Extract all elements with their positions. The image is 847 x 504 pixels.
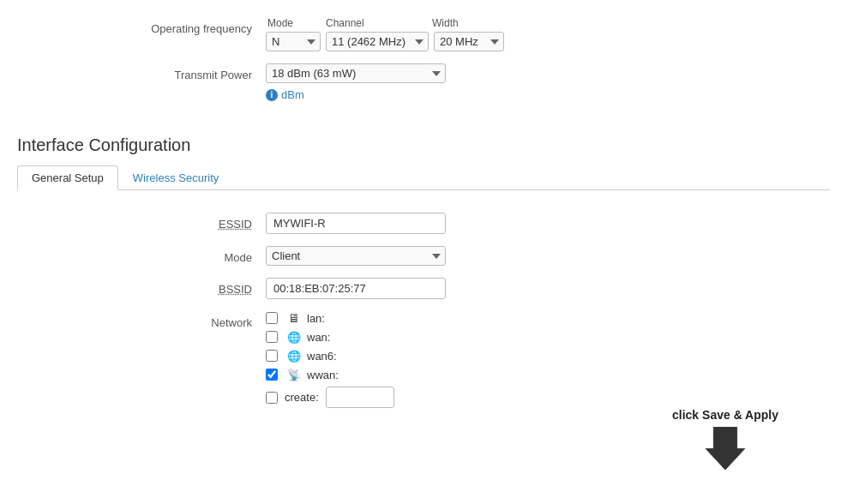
- tab-wireless-security[interactable]: Wireless Security: [118, 165, 233, 190]
- wan6-checkbox[interactable]: [266, 350, 278, 362]
- network-label: Network: [17, 311, 266, 329]
- transmit-power-label: Transmit Power: [17, 63, 266, 81]
- create-checkbox[interactable]: [266, 392, 278, 404]
- lan-icon: [285, 311, 303, 325]
- interface-config-title: Interface Configuration: [17, 135, 830, 155]
- wan6-text: wan6:: [307, 350, 337, 363]
- wan-checkbox[interactable]: [266, 331, 278, 343]
- channel-select[interactable]: 11 (2462 MHz) 1 (2412 MHz) 6 (2437 MHz): [326, 32, 429, 51]
- create-text: create:: [285, 391, 319, 404]
- mode-iface-select[interactable]: Client Access Point Ad-Hoc: [266, 246, 446, 266]
- create-input[interactable]: [326, 387, 394, 408]
- lan-checkbox[interactable]: [266, 312, 278, 324]
- list-item: wwan:: [266, 368, 394, 381]
- list-item: wan:: [266, 330, 394, 344]
- network-items: lan: wan: wan6:: [266, 311, 394, 408]
- network-row: Network lan: wan:: [17, 311, 830, 408]
- wan6-icon: [285, 349, 303, 363]
- channel-header: Channel: [326, 17, 427, 29]
- wan-icon: [285, 330, 303, 344]
- bssid-label: BSSID: [17, 278, 266, 296]
- dbm-link[interactable]: i dBm: [266, 88, 446, 101]
- dbm-label: dBm: [281, 88, 304, 101]
- info-icon: i: [266, 89, 278, 101]
- operating-frequency-row: Operating frequency Mode Channel Width N…: [17, 17, 830, 51]
- mode-iface-row: Mode Client Access Point Ad-Hoc: [17, 246, 830, 266]
- mode-iface-label: Mode: [17, 246, 266, 264]
- wan-label: wan:: [285, 330, 330, 344]
- cta-text: click Save & Apply: [672, 408, 778, 422]
- essid-label: ESSID: [17, 213, 266, 231]
- lan-label: lan:: [285, 311, 325, 325]
- mode-header: Mode: [267, 17, 321, 29]
- lan-text: lan:: [307, 312, 325, 325]
- list-item: wan6:: [266, 349, 394, 363]
- width-header: Width: [432, 17, 501, 29]
- tab-bar: General Setup Wireless Security: [17, 165, 830, 190]
- wwan-checkbox[interactable]: [266, 369, 278, 381]
- transmit-power-select[interactable]: 18 dBm (63 mW) 17 dBm (50 mW) 15 dBm (32…: [266, 63, 446, 83]
- essid-row: ESSID: [17, 213, 830, 234]
- wwan-icon: [285, 368, 303, 381]
- operating-frequency-label: Operating frequency: [17, 17, 266, 35]
- arrow-down-icon: [704, 427, 747, 470]
- list-item: lan:: [266, 311, 394, 325]
- mode-select[interactable]: N B G: [266, 32, 321, 51]
- bssid-row: BSSID: [17, 278, 830, 299]
- cta-area: click Save & Apply: [672, 408, 778, 470]
- essid-input[interactable]: [266, 213, 446, 234]
- transmit-power-row: Transmit Power 18 dBm (63 mW) 17 dBm (50…: [17, 63, 830, 101]
- create-label: create:: [285, 391, 319, 404]
- wan6-label: wan6:: [285, 349, 337, 363]
- wwan-text: wwan:: [307, 369, 339, 381]
- tab-general-setup[interactable]: General Setup: [17, 165, 118, 190]
- wwan-label: wwan:: [285, 368, 339, 381]
- list-item: create:: [266, 387, 394, 408]
- svg-marker-0: [706, 427, 744, 470]
- bssid-input[interactable]: [266, 278, 446, 299]
- wan-text: wan:: [307, 331, 330, 344]
- width-select[interactable]: 20 MHz 40 MHz: [434, 32, 504, 51]
